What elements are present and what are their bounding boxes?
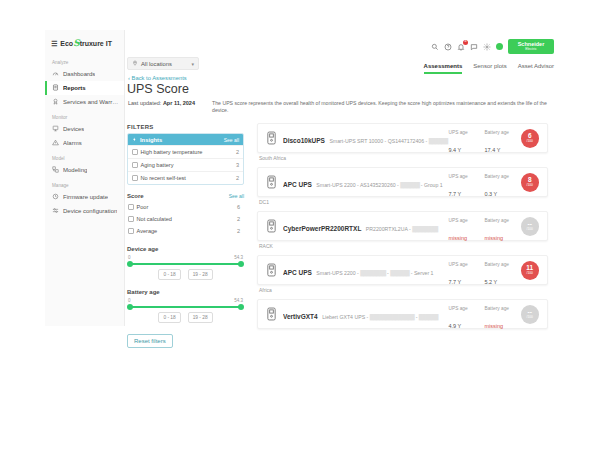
back-link[interactable]: ‹ Back to Assessments	[128, 75, 187, 81]
alarm-warning-icon	[52, 139, 59, 147]
sidebar-section-model: Model	[52, 156, 118, 161]
search-icon[interactable]	[431, 43, 439, 51]
insights-see-all-link[interactable]: See all	[224, 137, 239, 143]
redacted-text: ██████	[419, 314, 438, 320]
menu-icon[interactable]: ☰	[51, 40, 57, 48]
gauge-icon	[52, 70, 59, 78]
sidebar-item-services-and-warranties[interactable]: Services and Warranties	[45, 95, 124, 109]
settings-gear-icon[interactable]	[483, 43, 491, 51]
battery-age-input-high[interactable]: 19 - 28	[188, 312, 213, 323]
logo-text: EcoStruxure IT	[60, 39, 112, 48]
device-age-slider[interactable]: 0 54.3 0 - 18 19 - 28	[127, 255, 244, 280]
location-label: RACK	[259, 243, 548, 250]
battery-age-input-low[interactable]: 0 - 18	[158, 312, 180, 323]
battery-age-label: Battery age	[485, 306, 510, 311]
checkbox[interactable]	[132, 175, 138, 181]
help-icon[interactable]	[444, 43, 452, 51]
slider-track[interactable]	[129, 263, 242, 265]
device-name: VertivGXT4	[283, 313, 318, 320]
ups-card-disco10kups[interactable]: Disco10kUPS Smart-UPS SRT 10000 - QS1447…	[257, 123, 548, 153]
filter-aging-battery[interactable]: Aging battery 3	[128, 158, 243, 171]
filter-count: 2	[237, 228, 240, 234]
battery-age-label: Battery age	[485, 218, 510, 223]
ups-device-list: Disco10kUPS Smart-UPS SRT 10000 - QS1447…	[257, 123, 548, 329]
ups-card-cyberpower[interactable]: CyberPowerPR2200RTXL PR2200RTXL2UA - ███…	[257, 211, 548, 241]
slider-track[interactable]	[129, 306, 242, 308]
battery-age-value: missing	[485, 323, 504, 329]
ups-card-vertivgxt4[interactable]: VertivGXT4 Liebert GXT4 UPS - ██████████…	[257, 299, 548, 329]
location-pin-icon	[132, 60, 138, 67]
modeling-icon	[52, 166, 59, 174]
sidebar-item-modeling[interactable]: Modeling	[45, 163, 124, 177]
filters-title: FILTERS	[127, 124, 244, 130]
redacted-text: ████████	[360, 270, 385, 276]
location-label: South Africa	[259, 155, 548, 162]
sidebar-item-device-configuration[interactable]: Device configuration	[45, 204, 124, 218]
slider-handle-low[interactable]	[127, 304, 133, 310]
sidebar-item-dashboards[interactable]: Dashboards	[45, 67, 124, 81]
location-selector[interactable]: All locations ▾	[127, 57, 199, 70]
ups-age-value: 4.9 Y	[449, 323, 462, 329]
device-subtitle: Liebert GXT4 UPS - ██████████████ - ████…	[322, 314, 438, 320]
device-subtitle: PR2200RTXL2UA - ████████	[366, 226, 438, 232]
checkbox[interactable]	[128, 204, 134, 210]
ups-age-label: UPS age	[449, 130, 468, 135]
notification-badge: 4	[463, 40, 468, 45]
battery-age-label: Battery age	[485, 130, 510, 135]
ups-icon	[266, 175, 277, 189]
checkbox[interactable]	[128, 228, 134, 234]
tab-assessments[interactable]: Assessments	[424, 63, 463, 74]
filter-not-calculated[interactable]: Not calculated 2	[127, 213, 244, 225]
tab-sensor-plots[interactable]: Sensor plots	[473, 63, 506, 74]
slider-handle-low[interactable]	[127, 261, 133, 267]
filter-count: 2	[237, 216, 240, 222]
device-name: APC UPS	[283, 269, 312, 276]
page-title: UPS Score	[127, 82, 189, 96]
device-age-input-high[interactable]: 19 - 28	[188, 269, 213, 280]
avatar[interactable]	[496, 43, 503, 50]
filter-count: 2	[236, 149, 239, 155]
ups-card-apc-ups-2[interactable]: APC UPS Smart-UPS 2200 - ████████ - ████…	[257, 255, 548, 285]
sidebar: ☰ EcoStruxure IT Analyze Dashboards Repo…	[45, 30, 125, 326]
ups-age-value: 7.7 Y	[449, 279, 462, 285]
battery-age-slider[interactable]: 0 54.3 0 - 18 19 - 28	[127, 298, 244, 323]
filter-count: 2	[236, 175, 239, 181]
notifications-icon[interactable]: 4	[457, 43, 465, 51]
location-label: DC1	[259, 199, 548, 206]
ecostruxure-app: ☰ EcoStruxure IT Analyze Dashboards Repo…	[45, 30, 557, 326]
slider-min: 0	[128, 255, 131, 260]
score-see-all-link[interactable]: See all	[229, 193, 244, 199]
device-subtitle: Smart-UPS SRT 10000 - QS1447172406 - ███…	[329, 138, 447, 144]
ups-age-label: UPS age	[449, 174, 468, 179]
slider-handle-high[interactable]	[238, 304, 244, 310]
device-age-label: Device age	[127, 246, 244, 252]
slider-handle-high[interactable]	[238, 261, 244, 267]
topbar: 4 Schneider Electric	[431, 39, 554, 54]
sidebar-item-reports[interactable]: Reports	[45, 81, 124, 95]
filter-poor[interactable]: Poor 6	[127, 201, 244, 213]
sidebar-item-devices[interactable]: Devices	[45, 122, 124, 136]
filter-count: 6	[237, 204, 240, 210]
score-filter-header: Score See all	[127, 193, 244, 199]
filter-no-recent-self-test[interactable]: No recent self-test 2	[128, 171, 243, 184]
ups-card-apc-ups-1[interactable]: APC UPS Smart-UPS 2200 - AS1435230260 - …	[257, 167, 548, 197]
insights-filter-group: Insights See all High battery temperatur…	[127, 133, 244, 185]
reset-filters-button[interactable]: Reset filters	[127, 334, 173, 348]
ups-icon	[266, 219, 277, 233]
filter-average[interactable]: Average 2	[127, 225, 244, 237]
ups-age-value: missing	[449, 235, 468, 241]
checkbox[interactable]	[128, 216, 134, 222]
checkbox[interactable]	[132, 149, 138, 155]
tab-asset-advisor[interactable]: Asset Advisor	[518, 63, 554, 74]
ups-age-label: UPS age	[449, 262, 468, 267]
filter-high-battery-temperature[interactable]: High battery temperature 2	[128, 145, 243, 158]
ups-age-value: 7.7 Y	[449, 191, 462, 197]
device-icon	[52, 125, 59, 133]
sidebar-section-analyze: Analyze	[52, 60, 118, 65]
device-age-input-low[interactable]: 0 - 18	[158, 269, 180, 280]
feedback-icon[interactable]	[470, 43, 478, 51]
checkbox[interactable]	[132, 162, 138, 168]
sidebar-item-firmware-update[interactable]: Firmware update	[45, 190, 124, 204]
sidebar-item-alarms[interactable]: Alarms	[45, 136, 124, 150]
page-description: The UPS score represents the overall hea…	[212, 100, 550, 114]
